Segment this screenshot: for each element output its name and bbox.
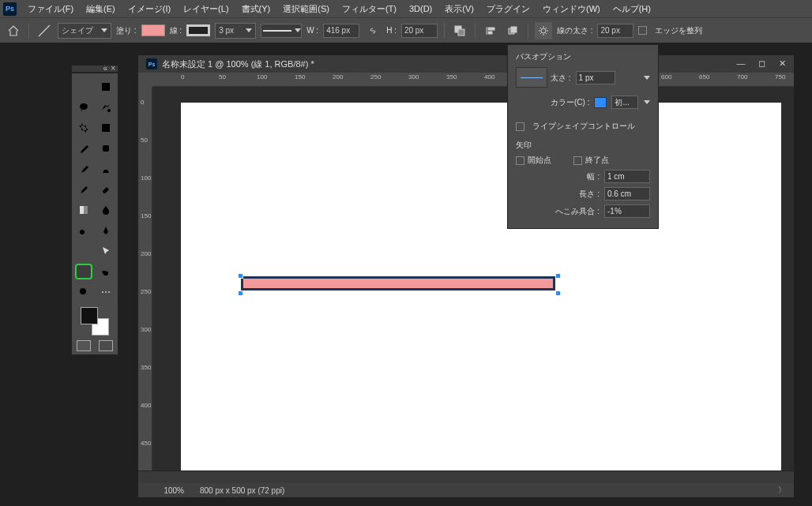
arrow-start-checkbox[interactable] xyxy=(516,156,524,165)
ruler-vertical: 050 100150 200250 300350 400450 xyxy=(138,87,152,470)
thickness-field[interactable]: 1 px xyxy=(576,71,615,84)
window-maximize-icon[interactable]: ◻ xyxy=(754,58,769,69)
stroke-style-dropdown[interactable] xyxy=(261,24,302,38)
status-more-icon[interactable]: 〉 xyxy=(778,485,786,496)
lasso-tool[interactable] xyxy=(75,99,92,115)
svg-rect-5 xyxy=(488,28,494,30)
document-window: Ps 名称未設定 1 @ 100% (線 1, RGB/8#) * ― ◻ ✕ … xyxy=(138,55,794,497)
window-close-icon[interactable]: ✕ xyxy=(775,58,789,69)
options-bar: シェイプ 塗り : 線 : 3 px W : 416 px H : 20 px … xyxy=(0,17,812,43)
tool-mode-value: シェイプ xyxy=(62,25,93,36)
menu-layer[interactable]: レイヤー(L) xyxy=(177,1,235,17)
document-tab[interactable]: Ps 名称未設定 1 @ 100% (線 1, RGB/8#) * ― ◻ ✕ xyxy=(138,55,794,73)
align-edges-label: エッジを整列 xyxy=(655,25,702,36)
quick-select-tool[interactable] xyxy=(97,99,115,115)
path-ops-icon[interactable] xyxy=(451,22,468,39)
eyedropper-tool[interactable] xyxy=(75,141,92,156)
stroke-swatch[interactable] xyxy=(186,24,210,36)
canvas-area[interactable] xyxy=(152,87,794,470)
svg-point-12 xyxy=(107,109,111,112)
type-tool[interactable] xyxy=(75,243,92,259)
svg-point-23 xyxy=(102,291,103,293)
fill-label: 塗り : xyxy=(116,25,137,36)
blur-tool[interactable] xyxy=(97,202,115,218)
doc-dimensions: 800 px x 500 px (72 ppi) xyxy=(200,486,284,495)
menu-3d[interactable]: 3D(D) xyxy=(403,2,438,16)
svg-rect-6 xyxy=(488,32,492,34)
tool-mode-dropdown[interactable]: シェイプ xyxy=(58,23,111,39)
history-brush-tool[interactable] xyxy=(75,182,92,197)
arrow-width-field[interactable]: 1 cm xyxy=(604,170,650,183)
fill-swatch[interactable] xyxy=(141,24,165,36)
path-color-dropdown[interactable]: 初... xyxy=(611,96,638,109)
svg-line-22 xyxy=(85,294,88,297)
path-align-icon[interactable] xyxy=(482,22,499,39)
fg-bg-color[interactable] xyxy=(81,307,109,335)
gear-icon[interactable] xyxy=(535,22,552,39)
crop-tool[interactable] xyxy=(75,120,92,136)
tools-panel: « × xyxy=(71,65,118,355)
path-select-tool[interactable] xyxy=(97,243,115,259)
live-shape-checkbox[interactable] xyxy=(516,122,524,131)
menu-edit[interactable]: 編集(E) xyxy=(80,1,122,17)
menu-plugin[interactable]: プラグイン xyxy=(480,1,536,17)
link-wh-icon[interactable] xyxy=(364,22,382,39)
line-shape-tool[interactable] xyxy=(75,264,92,279)
menu-help[interactable]: ヘルプ(H) xyxy=(607,1,657,17)
stroke-label: 線 : xyxy=(170,25,182,36)
menu-window[interactable]: ウィンドウ(W) xyxy=(536,1,607,17)
width-field[interactable]: 416 px xyxy=(323,24,359,38)
scrollbar-horizontal[interactable] xyxy=(138,470,794,483)
menu-filter[interactable]: フィルター(T) xyxy=(336,1,403,17)
zoom-tool[interactable] xyxy=(75,284,92,300)
move-tool[interactable] xyxy=(75,79,92,95)
hand-tool[interactable] xyxy=(97,264,115,279)
align-edges-checkbox[interactable] xyxy=(638,26,647,35)
path-color-swatch[interactable] xyxy=(594,97,607,108)
brush-tool[interactable] xyxy=(75,161,92,177)
transform-handle[interactable] xyxy=(555,273,561,279)
height-field[interactable]: 20 px xyxy=(401,24,438,38)
menu-type[interactable]: 書式(Y) xyxy=(235,1,277,17)
svg-line-0 xyxy=(39,25,50,36)
path-preview xyxy=(516,67,547,88)
marquee-tool[interactable] xyxy=(97,79,115,95)
menu-view[interactable]: 表示(V) xyxy=(438,1,480,17)
transform-handle[interactable] xyxy=(555,290,561,296)
transform-handle[interactable] xyxy=(238,273,243,279)
path-arrange-icon[interactable] xyxy=(504,22,521,39)
menu-file[interactable]: ファイル(F) xyxy=(21,1,80,17)
panel-collapse-icon[interactable]: « xyxy=(103,65,108,73)
arrow-length-field[interactable]: 0.6 cm xyxy=(604,187,650,201)
stroke-width-dropdown[interactable]: 3 px xyxy=(215,23,256,39)
heal-tool[interactable] xyxy=(97,141,115,156)
zoom-level[interactable]: 100% xyxy=(146,486,184,495)
menu-select[interactable]: 選択範囲(S) xyxy=(276,1,336,17)
svg-point-21 xyxy=(80,288,86,294)
eraser-tool[interactable] xyxy=(97,182,115,197)
window-minimize-icon[interactable]: ― xyxy=(734,58,748,69)
quickmask-icon[interactable] xyxy=(77,340,91,351)
transform-handle[interactable] xyxy=(238,290,243,296)
menu-image[interactable]: イメージ(I) xyxy=(122,1,177,17)
svg-rect-8 xyxy=(511,27,517,32)
gradient-tool[interactable] xyxy=(75,202,92,218)
more-tools-icon[interactable] xyxy=(97,284,115,300)
line-shape[interactable] xyxy=(241,276,555,290)
frame-tool[interactable] xyxy=(97,120,115,136)
svg-line-20 xyxy=(80,268,88,275)
panel-close-icon[interactable]: × xyxy=(111,65,115,73)
home-icon[interactable] xyxy=(5,22,22,39)
arrow-concavity-field[interactable]: -1% xyxy=(604,204,650,218)
svg-point-25 xyxy=(108,291,110,293)
line-weight-field[interactable]: 20 px xyxy=(597,24,633,38)
svg-rect-13 xyxy=(102,124,110,132)
pen-tool[interactable] xyxy=(97,223,115,238)
dodge-tool[interactable] xyxy=(75,223,92,238)
ps-logo: Ps xyxy=(3,2,17,16)
clone-tool[interactable] xyxy=(97,161,115,177)
screenmode-icon[interactable] xyxy=(99,340,113,351)
line-tool-icon xyxy=(36,22,53,39)
menu-bar: Ps ファイル(F) 編集(E) イメージ(I) レイヤー(L) 書式(Y) 選… xyxy=(0,0,812,17)
arrow-end-checkbox[interactable] xyxy=(573,156,582,165)
